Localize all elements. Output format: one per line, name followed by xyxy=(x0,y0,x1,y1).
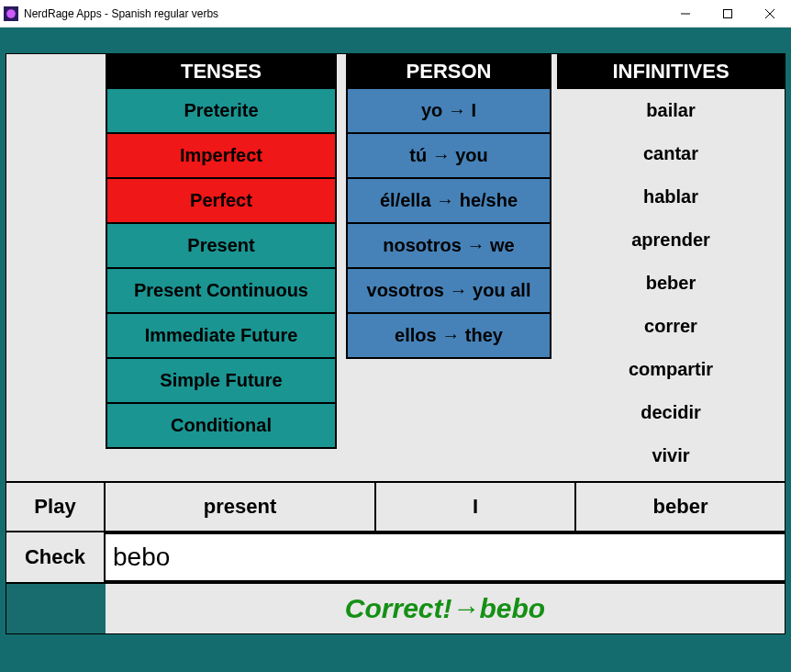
bottom-rows: Play present I beber Check Correct!→bebo xyxy=(6,481,785,633)
svg-point-0 xyxy=(6,9,16,18)
infinitive-compartir[interactable]: compartir xyxy=(557,348,785,391)
tense-present-continuous[interactable]: Present Continuous xyxy=(106,269,337,314)
maximize-button[interactable] xyxy=(707,0,749,27)
infinitive-decidir[interactable]: decidir xyxy=(557,391,785,434)
infinitives-header: INFINITIVES xyxy=(557,54,785,89)
check-row: Check xyxy=(6,531,785,582)
check-button[interactable]: Check xyxy=(6,532,106,582)
tense-perfect[interactable]: Perfect xyxy=(106,179,337,224)
result-text: Correct!→bebo xyxy=(106,584,785,633)
result-row: Correct!→bebo xyxy=(6,582,785,633)
person-yo[interactable]: yo → I xyxy=(346,89,551,134)
infinitive-cantar[interactable]: cantar xyxy=(557,132,785,175)
play-row: Play present I beber xyxy=(6,481,785,531)
close-button[interactable] xyxy=(749,0,791,27)
columns-container: TENSES Preterite Imperfect Perfect Prese… xyxy=(6,54,785,477)
infinitive-aprender[interactable]: aprender xyxy=(557,218,785,262)
tense-preterite[interactable]: Preterite xyxy=(106,89,337,134)
window-title: NerdRage Apps - Spanish regular verbs xyxy=(24,7,664,20)
app-body: TENSES Preterite Imperfect Perfect Prese… xyxy=(0,28,791,672)
person-ellos[interactable]: ellos → they xyxy=(346,314,551,359)
window-controls xyxy=(664,0,791,27)
person-column: PERSON yo → I tú → you él/ella → he/she … xyxy=(337,54,557,477)
play-person: I xyxy=(376,483,576,531)
play-button[interactable]: Play xyxy=(6,483,106,531)
play-tense: present xyxy=(106,483,376,531)
person-el-ella[interactable]: él/ella → he/she xyxy=(346,179,551,224)
infinitive-vivir[interactable]: vivir xyxy=(557,434,785,477)
person-vosotros[interactable]: vosotros → you all xyxy=(346,269,551,314)
person-header: PERSON xyxy=(346,54,551,89)
minimize-button[interactable] xyxy=(664,0,707,27)
tense-immediate-future[interactable]: Immediate Future xyxy=(106,314,337,359)
tense-present[interactable]: Present xyxy=(106,224,337,269)
tenses-header: TENSES xyxy=(106,54,337,89)
tense-simple-future[interactable]: Simple Future xyxy=(106,359,337,404)
svg-rect-2 xyxy=(724,9,732,17)
person-nosotros[interactable]: nosotros → we xyxy=(346,224,551,269)
infinitives-column: INFINITIVES bailar cantar hablar aprende… xyxy=(557,54,785,477)
person-tu[interactable]: tú → you xyxy=(346,134,551,179)
tense-imperfect[interactable]: Imperfect xyxy=(106,134,337,179)
answer-input[interactable] xyxy=(106,532,785,582)
infinitive-correr[interactable]: correr xyxy=(557,305,785,348)
app-icon xyxy=(4,6,18,21)
infinitive-bailar[interactable]: bailar xyxy=(557,89,785,132)
main-panel: TENSES Preterite Imperfect Perfect Prese… xyxy=(6,53,785,634)
tense-conditional[interactable]: Conditional xyxy=(106,404,337,449)
infinitive-beber[interactable]: beber xyxy=(557,262,785,305)
play-verb: beber xyxy=(576,483,785,531)
title-bar: NerdRage Apps - Spanish regular verbs xyxy=(0,0,791,28)
tenses-column: TENSES Preterite Imperfect Perfect Prese… xyxy=(106,54,337,477)
left-margin xyxy=(6,54,106,477)
infinitive-hablar[interactable]: hablar xyxy=(557,175,785,218)
result-spacer xyxy=(6,584,106,633)
